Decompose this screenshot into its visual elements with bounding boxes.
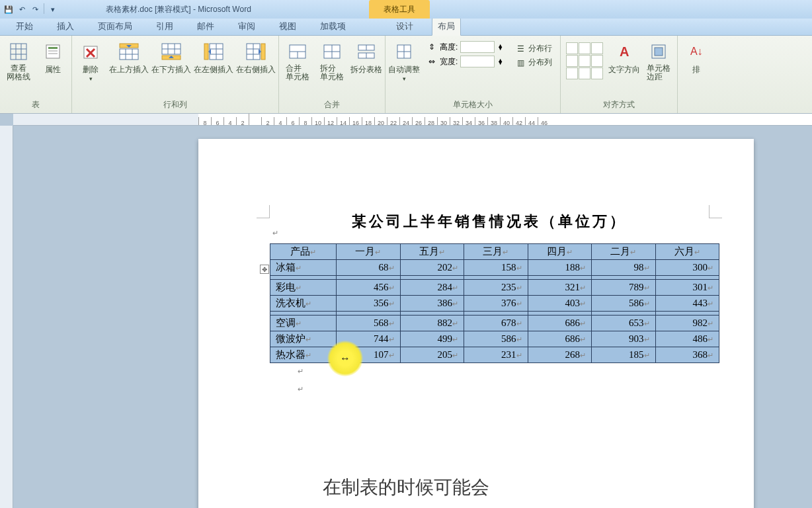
table-header-row[interactable]: 产品↵一月↵五月↵三月↵四月↵二月↵六月↵	[270, 244, 719, 260]
header-cell[interactable]: 二月↵	[592, 244, 656, 260]
align-tl[interactable]	[566, 42, 578, 54]
table-row[interactable]: 微波炉↵744↵499↵586↵686↵903↵486↵	[270, 331, 719, 347]
width-input[interactable]	[460, 56, 495, 67]
vertical-ruler[interactable]	[0, 126, 13, 508]
tab-insert[interactable]: 插入	[52, 18, 79, 35]
split-table-button[interactable]: 拆分表格	[350, 40, 382, 75]
align-bl[interactable]	[566, 67, 578, 79]
value-cell[interactable]: 456↵	[337, 280, 401, 296]
value-cell[interactable]: 68↵	[337, 260, 401, 276]
document-heading[interactable]: 某公司上半年销售情况表（单位万）	[264, 212, 714, 232]
value-cell[interactable]: 321↵	[528, 280, 592, 296]
product-cell[interactable]: 空调↵	[270, 316, 337, 331]
value-cell[interactable]: 368↵	[655, 347, 719, 363]
value-cell[interactable]: 586↵	[592, 296, 656, 312]
table-row[interactable]: 空调↵568↵882↵678↵686↵653↵982↵	[270, 316, 719, 331]
distribute-rows-button[interactable]: ☰分布行	[512, 42, 555, 55]
align-mc[interactable]	[579, 55, 590, 67]
value-cell[interactable]: 268↵	[528, 347, 592, 363]
value-cell[interactable]: 586↵	[464, 331, 528, 347]
header-cell[interactable]: 四月↵	[528, 244, 592, 260]
horizontal-ruler[interactable]: 8642246810121416182022242628303234363840…	[13, 114, 812, 126]
product-cell[interactable]: 彩电↵	[270, 280, 337, 296]
value-cell[interactable]: 903↵	[592, 331, 656, 347]
value-cell[interactable]: 284↵	[400, 280, 464, 296]
value-cell[interactable]: 300↵	[655, 260, 719, 276]
value-cell[interactable]: 686↵	[528, 331, 592, 347]
header-cell[interactable]: 六月↵	[655, 244, 719, 260]
value-cell[interactable]: 98↵	[592, 260, 656, 276]
value-cell[interactable]: 499↵	[400, 331, 464, 347]
align-br[interactable]	[591, 67, 603, 79]
value-cell[interactable]: 486↵	[655, 331, 719, 347]
redo-icon[interactable]: ↷	[29, 3, 41, 15]
tab-design[interactable]: 设计	[391, 18, 419, 35]
text-direction-button[interactable]: A 文字方向	[608, 40, 640, 75]
value-cell[interactable]: 443↵	[655, 296, 719, 312]
split-cells-button[interactable]: 拆分 单元格	[316, 40, 348, 81]
table-row[interactable]: 冰箱↵68↵202↵158↵188↵98↵300↵	[270, 260, 719, 276]
merge-cells-button[interactable]: 合并 单元格	[282, 40, 313, 81]
height-input[interactable]	[460, 41, 495, 53]
value-cell[interactable]: 653↵	[592, 316, 656, 331]
cell-margins-button[interactable]: 单元格 边距	[643, 40, 674, 81]
header-cell[interactable]: 五月↵	[400, 244, 464, 260]
sort-button[interactable]: A↓ 排	[680, 40, 712, 75]
value-cell[interactable]: 403↵	[528, 296, 592, 312]
value-cell[interactable]: 789↵	[592, 280, 656, 296]
table-row[interactable]: 彩电↵456↵284↵235↵321↵789↵301↵	[270, 280, 719, 296]
insert-below-button[interactable]: 在下方插入	[151, 40, 191, 75]
product-cell[interactable]: 冰箱↵	[270, 260, 337, 276]
value-cell[interactable]: 231↵	[464, 347, 528, 363]
view-gridlines-button[interactable]: 查看 网格线	[3, 40, 34, 81]
value-cell[interactable]: 686↵	[528, 316, 592, 331]
sales-table[interactable]: 产品↵一月↵五月↵三月↵四月↵二月↵六月↵冰箱↵68↵202↵158↵188↵9…	[270, 243, 719, 363]
header-cell[interactable]: 产品↵	[270, 244, 337, 260]
value-cell[interactable]: 376↵	[464, 296, 528, 312]
save-icon[interactable]: 💾	[3, 3, 15, 15]
tab-references[interactable]: 引用	[151, 18, 179, 35]
value-cell[interactable]: 356↵	[337, 296, 401, 312]
value-cell[interactable]: 158↵	[464, 260, 528, 276]
value-cell[interactable]: 982↵	[655, 316, 719, 331]
align-mr[interactable]	[591, 55, 603, 67]
value-cell[interactable]: 188↵	[528, 260, 592, 276]
value-cell[interactable]: 205↵	[400, 347, 464, 363]
undo-icon[interactable]: ↶	[16, 3, 28, 15]
product-cell[interactable]: 洗衣机↵	[270, 296, 337, 312]
align-ml[interactable]	[566, 55, 578, 67]
tab-review[interactable]: 审阅	[233, 18, 261, 35]
value-cell[interactable]: 386↵	[400, 296, 464, 312]
page[interactable]: ↵ 某公司上半年销售情况表（单位万） ✥ 产品↵一月↵五月↵三月↵四月↵二月↵六…	[198, 139, 754, 508]
tab-addins[interactable]: 加载项	[315, 18, 351, 35]
align-tc[interactable]	[579, 42, 590, 54]
value-cell[interactable]: 568↵	[337, 316, 401, 331]
value-cell[interactable]: 882↵	[400, 316, 464, 331]
product-cell[interactable]: 微波炉↵	[270, 331, 337, 347]
qat-dropdown-icon[interactable]: ▾	[47, 3, 59, 15]
table-row[interactable]: 热水器↵107↵205↵231↵268↵185↵368↵	[270, 347, 719, 363]
align-bc[interactable]	[579, 67, 590, 79]
header-cell[interactable]: 三月↵	[464, 244, 528, 260]
insert-right-button[interactable]: 在右侧插入	[236, 40, 276, 75]
properties-button[interactable]: 属性	[37, 40, 69, 75]
header-cell[interactable]: 一月↵	[337, 244, 401, 260]
tab-layout[interactable]: 页面布局	[93, 18, 138, 35]
table-move-handle[interactable]: ✥	[260, 265, 269, 274]
table-row[interactable]: 洗衣机↵356↵386↵376↵403↵586↵443↵	[270, 296, 719, 312]
value-cell[interactable]: 744↵	[337, 331, 401, 347]
autofit-button[interactable]: 自动调整▾	[388, 40, 420, 82]
tab-mail[interactable]: 邮件	[192, 18, 220, 35]
tab-home[interactable]: 开始	[11, 18, 38, 35]
tab-view[interactable]: 视图	[274, 18, 302, 35]
value-cell[interactable]: 235↵	[464, 280, 528, 296]
value-cell[interactable]: 107↵	[337, 347, 401, 363]
tab-table-layout[interactable]: 布局	[432, 17, 461, 36]
distribute-cols-button[interactable]: ▥分布列	[512, 56, 555, 69]
value-cell[interactable]: 301↵	[655, 280, 719, 296]
align-tr[interactable]	[591, 42, 603, 54]
value-cell[interactable]: 185↵	[592, 347, 656, 363]
value-cell[interactable]: 202↵	[400, 260, 464, 276]
delete-button[interactable]: 删除▾	[75, 40, 106, 82]
value-cell[interactable]: 678↵	[464, 316, 528, 331]
